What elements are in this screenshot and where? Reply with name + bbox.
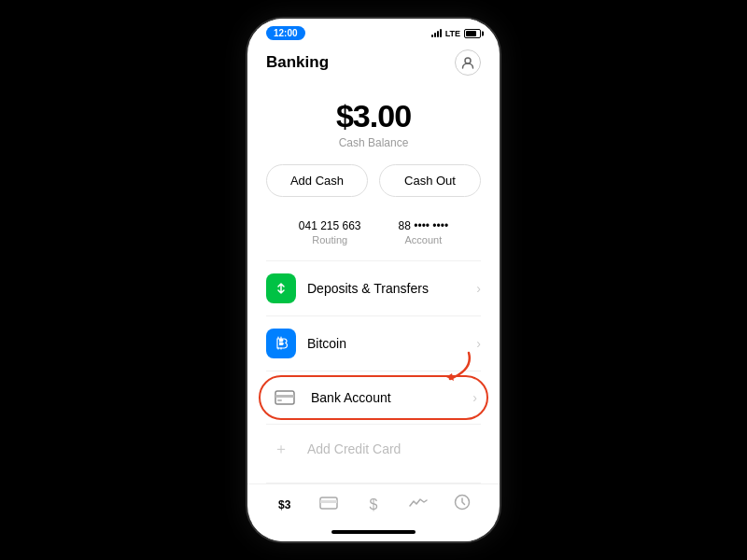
home-indicator (247, 523, 500, 541)
nav-item-activity[interactable] (396, 495, 441, 514)
menu-list: Deposits & Transfers › Bitcoin › (247, 261, 500, 483)
nav-clock-icon (454, 494, 471, 515)
page-title: Banking (266, 53, 329, 72)
nav-activity-icon (409, 495, 428, 514)
nav-pay-icon: $ (370, 497, 378, 513)
add-icon: ＋ (266, 434, 296, 464)
deposits-icon (266, 273, 296, 303)
svg-point-0 (465, 58, 471, 63)
menu-item-bitcoin[interactable]: Bitcoin › (247, 316, 500, 371)
deposits-label: Deposits & Transfers (307, 281, 476, 296)
signal-icon (431, 29, 442, 37)
bitcoin-chevron: › (476, 336, 481, 351)
profile-button[interactable] (455, 49, 481, 76)
bank-account-row: Bank Account › (247, 371, 500, 424)
account-info: 041 215 663 Routing 88 •••• •••• Account (247, 212, 500, 260)
account-number: 88 •••• •••• (399, 219, 449, 232)
nav-item-card[interactable] (307, 495, 352, 514)
bottom-nav: $3 $ (247, 483, 500, 523)
home-bar (331, 530, 416, 534)
nav-item-clock[interactable] (440, 494, 485, 515)
nav-item-home[interactable]: $3 (262, 498, 307, 511)
action-buttons: Add Cash Cash Out (247, 164, 500, 212)
battery-icon (464, 29, 481, 38)
routing-number: 041 215 663 (299, 219, 361, 232)
routing-info: 041 215 663 Routing (299, 219, 361, 245)
header: Banking (247, 44, 500, 85)
svg-rect-3 (275, 395, 294, 398)
account-info-item: 88 •••• •••• Account (399, 219, 449, 245)
bitcoin-label: Bitcoin (307, 336, 476, 351)
nav-card-icon (319, 495, 338, 514)
bank-account-highlight[interactable]: Bank Account › (259, 375, 488, 420)
status-icons: LTE (431, 29, 481, 38)
status-time: 12:00 (266, 26, 305, 40)
svg-rect-4 (277, 399, 282, 401)
deposits-chevron: › (476, 281, 481, 296)
menu-item-deposits[interactable]: Deposits & Transfers › (247, 261, 500, 315)
svg-rect-6 (320, 500, 337, 503)
balance-amount: $3.00 (247, 98, 500, 134)
status-bar: 12:00 LTE (247, 19, 500, 44)
routing-label: Routing (299, 234, 361, 245)
bank-account-label: Bank Account (311, 390, 472, 405)
add-cash-button[interactable]: Add Cash (266, 164, 368, 197)
bitcoin-icon (266, 329, 296, 358)
phone-frame: 12:00 LTE Banking $3.00 Cash Balance (247, 19, 500, 541)
balance-section: $3.00 Cash Balance (247, 85, 500, 164)
account-label: Account (399, 234, 449, 245)
bank-account-icon (270, 383, 300, 413)
balance-label: Cash Balance (247, 136, 500, 149)
cash-out-button[interactable]: Cash Out (379, 164, 481, 197)
nav-item-pay[interactable]: $ (351, 497, 396, 513)
lte-label: LTE (445, 29, 460, 38)
add-credit-card[interactable]: ＋ Add Credit Card (247, 425, 500, 473)
bank-account-chevron: › (472, 390, 477, 405)
nav-home-icon: $3 (278, 498, 290, 511)
add-credit-label: Add Credit Card (307, 441, 401, 456)
